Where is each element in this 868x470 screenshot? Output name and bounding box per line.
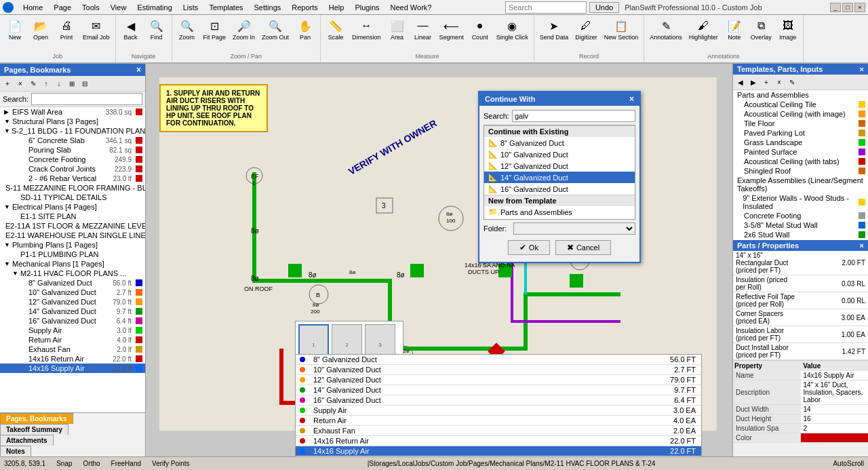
rp-tree-item-11[interactable]: Concrete Footing [733,211,868,220]
tree-item-exhaust-fan[interactable]: Exhaust Fan2.0 lf [0,345,145,354]
note-button[interactable]: 📝 Note [722,16,747,43]
menu-help[interactable]: Help [323,2,350,13]
rp-tree-item-2[interactable]: Acoustical Ceiling (with image) [733,109,868,119]
print-button[interactable]: 🖨 Print [54,16,79,43]
menu-templates[interactable]: Templates [203,2,248,13]
tree-item-e1[interactable]: E1-1 SITE PLAN [0,212,145,221]
tree-edit-btn[interactable]: ✎ [27,77,39,90]
dialog-item-16galv[interactable]: 📐 16" Galvanized Duct [484,183,635,195]
tree-item-return-14x16[interactable]: 14x16 Return Air22.0 ft [0,354,145,364]
dialog-item-parts[interactable]: 📁 Parts [484,218,635,220]
dialog-item-8galv[interactable]: 📐 8" Galvanized Duct [484,137,635,149]
rp-btn-4[interactable]: × [773,76,785,88]
dialog-item-10galv[interactable]: 📐 10" Galvanized Duct [484,149,635,160]
tree-item-return-air[interactable]: Return Air4.0 lf [0,335,145,345]
tree-item-rebar[interactable]: 2 - #6 Rebar Vertical23.0 lf [0,174,145,183]
tree-delete-btn[interactable]: × [14,77,26,90]
tree-item-galv-12[interactable]: 12" Galvanized Duct79.0 ft [0,297,145,307]
tree-item-galv-16[interactable]: 16" Galvanized Duct6.4 ft [0,316,145,326]
tree-item-concrete-footing[interactable]: Concrete Footing249.9 [0,155,145,164]
menu-lists[interactable]: Lists [178,2,204,13]
dialog-cancel-button[interactable]: ✖ Cancel [555,240,611,255]
menu-view[interactable]: View [105,2,132,13]
zoom-out-button[interactable]: 🔍 Zoom Out [259,16,292,43]
zoom-in-button[interactable]: 🔎 Zoom In [230,16,258,43]
tree-item-mezzanine[interactable]: S-11 MEZZANINE FLOOR FRAMING - BLDG 11 [0,183,145,193]
status-freehand[interactable]: FreeHand [111,460,141,467]
tree-item-p1[interactable]: P1-1 PLUMBING PLAN [0,250,145,259]
scale-button[interactable]: 📏 Scale [323,16,348,43]
tree-item-galv-10[interactable]: 10" Galvanized Duct2.7 ft [0,288,145,297]
annotations-button[interactable]: ✎ Annotations [647,16,685,43]
status-autoscroll[interactable]: AutoScroll [833,460,864,467]
area-button[interactable]: ⬜ Area [385,16,410,43]
left-panel-close[interactable]: × [136,65,141,75]
dialog-item-14galv[interactable]: 📐 14" Galvanized Duct [484,172,635,183]
popup-row-4[interactable]: 16" Galvanized Duct 6.4 FT [296,395,701,406]
popup-row-0[interactable]: 8" Galvanized Duct 56.0 FT [296,355,701,365]
rp-tree-item-6[interactable]: Painted Surface [733,147,868,157]
menu-need-work[interactable]: Need Work? [385,2,437,13]
tab-takeoff[interactable]: Takeoff Summary [0,424,68,435]
tree-item-s2-11[interactable]: ▼S-2_11 BLDG - 11 FOUNDATION PLAN [0,126,145,136]
dialog-item-parts-assemblies[interactable]: 📁 Parts and Assemblies [484,206,635,218]
count-button[interactable]: ● Count [468,16,492,43]
status-snap[interactable]: Snap [56,460,72,467]
tree-expand-btn[interactable]: ⊞ [66,77,78,90]
menu-reports[interactable]: Reports [286,2,323,13]
menu-settings[interactable]: Settings [249,2,287,13]
popup-row-1[interactable]: 10" Galvanized Duct 2.7 FT [296,365,701,375]
rp-tree-item-0[interactable]: Parts and Assemblies [733,90,868,100]
rp-tree-item-9[interactable]: Example Assemblies (Linear/Segment Takeo… [733,176,868,193]
dialog-item-12galv[interactable]: 📐 12" Galvanized Duct [484,160,635,172]
dialog-list[interactable]: Continue with Existing 📐 8" Galvanized D… [484,125,635,220]
right-panel-close[interactable]: × [860,65,864,73]
new-section-button[interactable]: 📋 New Section [601,16,642,43]
tree-item-galv-14[interactable]: 14" Galvanized Duct9.7 ft [0,307,145,316]
pan-button[interactable]: ✋ Pan [293,16,317,43]
dialog-close-button[interactable]: × [629,94,634,104]
tree-item-eifs[interactable]: ▶EIFS Wall Area338.0 sq [0,107,145,117]
tree-down-btn[interactable]: ↓ [53,77,65,90]
menu-tools[interactable]: Tools [77,2,105,13]
rp-btn-5[interactable]: ✎ [786,76,798,88]
email-button[interactable]: ✉ Email Job [80,16,113,43]
popup-row-7[interactable]: Exhaust Fan 2.0 EA [296,426,701,436]
rp-tree-item-5[interactable]: Grass Landscape [733,138,868,147]
tree-item-typical[interactable]: SD-11 TYPICAL DETAILS [0,193,145,202]
left-search-input[interactable] [31,93,142,105]
tab-notes[interactable]: Notes [0,446,31,456]
menu-plugins[interactable]: Plugins [349,2,384,13]
tree-collapse-btn[interactable]: ⊟ [79,77,91,90]
search-input[interactable] [505,1,587,14]
dialog-ok-button[interactable]: ✔ Ok [508,240,550,255]
tree-item-m2-11[interactable]: ▼M2-11 HVAC FLOOR PLANS ... [0,269,145,278]
tree-item-e2-11a[interactable]: E2-11A 1ST FLOOR & MEZZANINE LEVEL OFFI.… [0,221,145,231]
rp-tree-item-13[interactable]: 2x6 Stud Wall [733,230,868,239]
popup-row-3[interactable]: 14" Galvanized Duct 9.7 FT [296,385,701,395]
tree-add-btn[interactable]: + [1,77,14,90]
right-bottom-close[interactable]: × [860,241,864,250]
dialog-folder-select[interactable] [513,222,635,235]
new-button[interactable]: 📄 New [3,16,27,43]
overlay-button[interactable]: ⧉ Overlay [748,16,774,43]
tree-item-pouring-slab[interactable]: Pouring Slab82.1 sq [0,145,145,155]
tree-up-btn[interactable]: ↑ [40,77,52,90]
rp-tree-item-3[interactable]: Tile Floor [733,119,868,128]
tree-item-concrete-slab[interactable]: 6" Concrete Slab346.1 sq [0,136,145,145]
tree-item-supply-14x16[interactable]: 14x16 Supply Air22.0 ft [0,364,145,373]
tab-pages[interactable]: Pages, Bookmarks [0,413,73,424]
tree-item-crack-control[interactable]: Crack Control Joints223.9 [0,164,145,174]
minimize-button[interactable]: _ [830,3,841,12]
tree-item-e2-11[interactable]: E2-11 WAREHOUSE PLAN SINGLE LINE DIAGRA.… [0,231,145,240]
dimension-button[interactable]: ↔ Dimension [349,16,384,43]
open-button[interactable]: 📂 Open [28,16,53,43]
rp-tree-item-12[interactable]: 3-5/8" Metal Stud Wall [733,220,868,230]
tree-item-electrical[interactable]: ▼Electrical Plans [4 Pages] [0,202,145,212]
rp-tree-item-7[interactable]: Acoustical Ceiling (with tabs) [733,157,868,166]
rp-btn-1[interactable]: ◀ [734,76,747,88]
popup-row-2[interactable]: 12" Galvanized Duct 79.0 FT [296,375,701,385]
digitizer-button[interactable]: 🖊 Digitizer [572,16,600,43]
highlighter-button[interactable]: 🖌 Highlighter [686,16,721,43]
status-ortho[interactable]: Ortho [83,460,100,467]
